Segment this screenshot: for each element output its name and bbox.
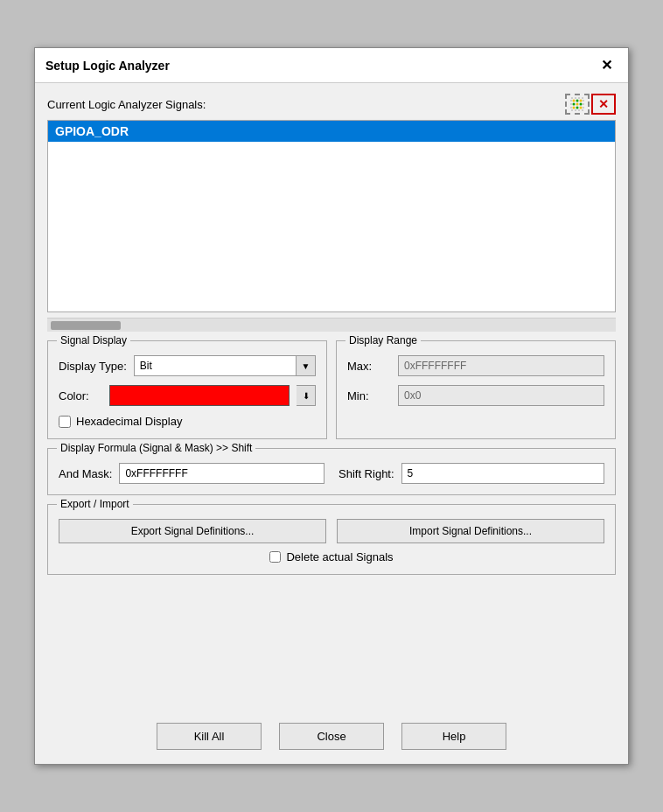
horizontal-scrollbar[interactable] bbox=[47, 318, 616, 332]
help-button[interactable]: Help bbox=[401, 723, 506, 750]
kill-all-button[interactable]: Kill All bbox=[157, 723, 262, 750]
signal-display-content: Display Type: ▼ Color: ⬇ Hexadecimal Di bbox=[59, 355, 316, 428]
export-section: Export / Import Export Signal Definition… bbox=[47, 504, 616, 575]
setup-logic-analyzer-dialog: Setup Logic Analyzer ✕ Current Logic Ana… bbox=[34, 47, 629, 765]
dialog-body: Current Logic Analyzer Signals: bbox=[35, 83, 628, 712]
svg-point-8 bbox=[576, 107, 579, 109]
display-range-title: Display Range bbox=[345, 334, 421, 346]
signals-header: Current Logic Analyzer Signals: bbox=[47, 94, 616, 115]
display-type-row: Display Type: ▼ bbox=[59, 355, 316, 376]
svg-point-4 bbox=[573, 103, 576, 106]
hex-display-label: Hexadecimal Display bbox=[76, 415, 182, 428]
delete-signals-checkbox[interactable] bbox=[269, 551, 281, 563]
and-mask-input[interactable] bbox=[119, 463, 325, 484]
formula-section: Display Formula (Signal & Mask) >> Shift… bbox=[47, 448, 616, 495]
and-mask-label: And Mask: bbox=[59, 467, 112, 480]
hex-display-row: Hexadecimal Display bbox=[59, 415, 316, 428]
min-input[interactable] bbox=[398, 385, 604, 406]
hex-display-checkbox[interactable] bbox=[59, 416, 71, 428]
close-button[interactable]: Close bbox=[279, 723, 384, 750]
delete-signals-row: Delete actual Signals bbox=[59, 550, 604, 564]
add-signal-button[interactable] bbox=[565, 94, 590, 115]
signals-toolbar: ✕ bbox=[565, 94, 616, 115]
display-type-dropdown-btn[interactable]: ▼ bbox=[297, 355, 316, 376]
signals-list[interactable]: GPIOA_ODR bbox=[47, 120, 616, 312]
formula-row: And Mask: Shift Right: bbox=[59, 463, 604, 484]
export-buttons: Export Signal Definitions... Import Sign… bbox=[59, 519, 604, 543]
dialog-title: Setup Logic Analyzer bbox=[45, 59, 170, 73]
svg-point-9 bbox=[580, 107, 583, 109]
title-bar: Setup Logic Analyzer ✕ bbox=[35, 48, 628, 83]
display-type-label: Display Type: bbox=[59, 360, 127, 373]
export-button[interactable]: Export Signal Definitions... bbox=[59, 519, 326, 543]
display-type-dropdown-wrapper: ▼ bbox=[134, 355, 316, 376]
add-signal-icon bbox=[570, 97, 584, 111]
signal-display-title: Signal Display bbox=[57, 334, 130, 346]
svg-point-3 bbox=[580, 100, 583, 102]
color-picker-button[interactable] bbox=[109, 385, 290, 406]
signal-item[interactable]: GPIOA_ODR bbox=[48, 121, 615, 142]
mid-section: Signal Display Display Type: ▼ Color: ⬇ bbox=[47, 340, 616, 439]
max-label: Max: bbox=[347, 360, 391, 373]
color-label: Color: bbox=[59, 389, 102, 402]
shift-right-label: Shift Right: bbox=[338, 467, 394, 480]
import-button[interactable]: Import Signal Definitions... bbox=[337, 519, 604, 543]
svg-point-6 bbox=[580, 103, 583, 106]
export-title: Export / Import bbox=[57, 498, 133, 510]
and-mask-part: And Mask: bbox=[59, 463, 325, 484]
min-row: Min: bbox=[347, 385, 604, 406]
svg-point-1 bbox=[573, 100, 576, 102]
display-range-content: Max: Min: bbox=[347, 355, 604, 406]
signals-section: Current Logic Analyzer Signals: bbox=[47, 94, 616, 332]
shift-right-input[interactable] bbox=[401, 463, 604, 484]
formula-title: Display Formula (Signal & Mask) >> Shift bbox=[57, 442, 255, 454]
svg-point-2 bbox=[576, 100, 579, 102]
shift-right-part: Shift Right: bbox=[338, 463, 604, 484]
scroll-thumb[interactable] bbox=[51, 321, 121, 330]
svg-point-7 bbox=[573, 107, 576, 109]
max-input[interactable] bbox=[398, 355, 604, 376]
signal-display-group: Signal Display Display Type: ▼ Color: ⬇ bbox=[47, 340, 327, 439]
delete-signals-label: Delete actual Signals bbox=[286, 550, 393, 564]
signals-label: Current Logic Analyzer Signals: bbox=[47, 98, 206, 111]
color-row: Color: ⬇ bbox=[59, 385, 316, 406]
display-range-group: Display Range Max: Min: bbox=[336, 340, 616, 439]
bottom-buttons: Kill All Close Help bbox=[35, 712, 628, 764]
delete-signal-button[interactable]: ✕ bbox=[591, 94, 616, 115]
svg-point-5 bbox=[576, 103, 579, 106]
display-type-input[interactable] bbox=[134, 355, 297, 376]
max-row: Max: bbox=[347, 355, 604, 376]
min-label: Min: bbox=[347, 389, 391, 402]
title-bar-close-button[interactable]: ✕ bbox=[596, 55, 618, 75]
color-download-btn[interactable]: ⬇ bbox=[297, 385, 316, 406]
